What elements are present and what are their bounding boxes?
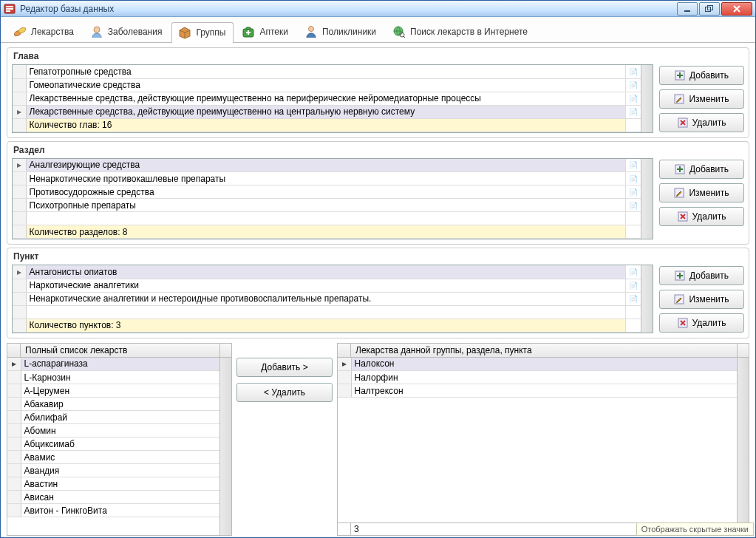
- full-list-header: Полный список лекарств: [21, 344, 219, 357]
- table-row: ▸Антагонисты опиатов: [13, 265, 641, 279]
- svg-rect-1: [6, 6, 13, 7]
- svg-rect-2: [6, 8, 13, 10]
- tab-groups[interactable]: Группы: [171, 22, 234, 43]
- group-list-panel: Лекарства данной группы, раздела, пункта…: [337, 343, 749, 537]
- table-row: Гомеопатические средства: [13, 78, 641, 92]
- scrollbar[interactable]: [641, 265, 653, 333]
- table-row: Ненаркотические противокашлевые препарат…: [13, 172, 641, 185]
- item-title: Пункт: [12, 248, 744, 265]
- chapter-section: Глава Гепатотропные средства Гомеопатиче…: [7, 47, 749, 138]
- list-item: Авастин: [7, 477, 219, 491]
- table-footer: Количество глав: 16: [13, 118, 641, 132]
- tab-label: Заболевания: [108, 27, 163, 37]
- table-row: ▸Лекарственные средства, действующие пре…: [13, 105, 641, 118]
- patient-icon: [90, 25, 103, 38]
- tab-label: Лекарства: [31, 27, 74, 37]
- section-grid[interactable]: ▸Аналгезирующие средства Ненаркотические…: [13, 159, 641, 239]
- svg-rect-4: [684, 10, 690, 12]
- medkit-icon: [242, 25, 255, 38]
- list-item: Налтрексон: [338, 384, 737, 398]
- section-title: Раздел: [12, 142, 744, 158]
- tab-clinics[interactable]: Поликлиники: [298, 21, 384, 42]
- svg-point-12: [308, 27, 313, 32]
- edit-icon: [674, 188, 684, 198]
- edit-icon: [674, 94, 684, 104]
- full-list-grid[interactable]: ▸L-аспарагиназа L-Карнозин А-Церумен Аба…: [7, 358, 219, 536]
- list-item: Авитон - ГинкгоВита: [7, 504, 219, 517]
- list-item: Налорфин: [338, 371, 737, 384]
- item-add-button[interactable]: Добавить: [659, 266, 744, 285]
- tab-medicines[interactable]: Лекарства: [7, 21, 82, 42]
- window-title: Редактор базы данных: [20, 4, 677, 14]
- tab-bar: Лекарства Заболевания Группы Аптеки Поли…: [1, 17, 755, 43]
- tab-web-search[interactable]: Поиск лекарств в Интернете: [386, 21, 536, 42]
- table-row: ▸Аналгезирующие средства: [13, 159, 641, 172]
- list-item: ▸L-аспарагиназа: [7, 358, 219, 371]
- section-section: Раздел ▸Аналгезирующие средства Ненаркот…: [7, 141, 749, 245]
- pills-icon: [13, 25, 27, 38]
- list-item: Абциксимаб: [7, 437, 219, 451]
- table-footer: Количество пунктов: 3: [13, 319, 641, 332]
- delete-icon: [678, 211, 688, 222]
- full-list-panel: Полный список лекарств ▸L-аспарагиназа L…: [7, 343, 232, 537]
- chapter-edit-button[interactable]: Изменить: [659, 89, 744, 109]
- list-item: Авамис: [7, 451, 219, 464]
- svg-rect-3: [6, 10, 10, 12]
- remove-from-group-button[interactable]: < Удалить: [236, 383, 333, 402]
- tray-hint: Отображать скрытые значки: [636, 522, 754, 536]
- add-icon: [675, 270, 685, 281]
- tab-label: Аптеки: [259, 27, 288, 37]
- table-row: [13, 305, 641, 319]
- list-item: А-Церумен: [7, 384, 219, 398]
- tab-label: Поликлиники: [322, 27, 376, 37]
- list-item: Ависан: [7, 491, 219, 504]
- tab-label: Группы: [196, 27, 225, 38]
- tab-label: Поиск лекарств в Интернете: [410, 27, 528, 37]
- add-to-group-button[interactable]: Добавить >: [236, 358, 333, 377]
- tab-diseases[interactable]: Заболевания: [84, 21, 171, 42]
- item-section: Пункт ▸Антагонисты опиатов Наркотические…: [7, 248, 749, 338]
- edit-icon: [674, 294, 684, 304]
- list-item: Авандия: [7, 464, 219, 477]
- doctor-icon: [304, 25, 318, 38]
- globe-search-icon: [392, 25, 406, 38]
- svg-point-9: [94, 27, 100, 33]
- scrollbar[interactable]: [219, 358, 231, 536]
- scrollbar[interactable]: [737, 358, 749, 523]
- group-list-header: Лекарства данной группы, раздела, пункта: [351, 344, 737, 357]
- item-edit-button[interactable]: Изменить: [659, 290, 744, 309]
- item-delete-button[interactable]: Удалить: [659, 313, 744, 333]
- section-delete-button[interactable]: Удалить: [659, 207, 744, 226]
- add-icon: [675, 164, 685, 174]
- table-row: [13, 212, 641, 225]
- scrollbar[interactable]: [641, 159, 653, 239]
- list-item: Абомин: [7, 424, 219, 437]
- chapter-delete-button[interactable]: Удалить: [659, 113, 744, 132]
- table-row: Наркотические аналгетики: [13, 279, 641, 292]
- table-footer: Количество разделов: 8: [13, 225, 641, 239]
- table-row: Гепатотропные средства: [13, 65, 641, 78]
- section-edit-button[interactable]: Изменить: [659, 183, 744, 202]
- delete-icon: [678, 118, 688, 128]
- close-button[interactable]: [721, 2, 752, 16]
- chapter-grid[interactable]: Гепатотропные средства Гомеопатические с…: [13, 65, 641, 132]
- table-row: Лекарственные средства, действующие преи…: [13, 92, 641, 105]
- app-icon: [4, 3, 16, 15]
- maximize-button[interactable]: [699, 2, 720, 16]
- minimize-button[interactable]: [677, 2, 698, 16]
- delete-icon: [678, 318, 688, 328]
- list-item: Абакавир: [7, 398, 219, 411]
- list-item: ▸Налоксон: [338, 358, 737, 371]
- section-add-button[interactable]: Добавить: [659, 160, 744, 179]
- chapter-add-button[interactable]: Добавить: [659, 66, 744, 85]
- svg-rect-11: [246, 27, 251, 30]
- item-grid[interactable]: ▸Антагонисты опиатов Наркотические аналг…: [13, 265, 641, 333]
- list-item: Абилифай: [7, 411, 219, 424]
- table-row: Ненаркотические аналгетики и нестероидны…: [13, 292, 641, 305]
- scrollbar[interactable]: [641, 65, 653, 132]
- list-item: L-Карнозин: [7, 371, 219, 384]
- add-icon: [675, 70, 685, 81]
- box-icon: [178, 26, 191, 39]
- group-list-grid[interactable]: ▸Налоксон Налорфин Налтрексон: [338, 358, 737, 523]
- tab-pharmacies[interactable]: Аптеки: [235, 21, 296, 42]
